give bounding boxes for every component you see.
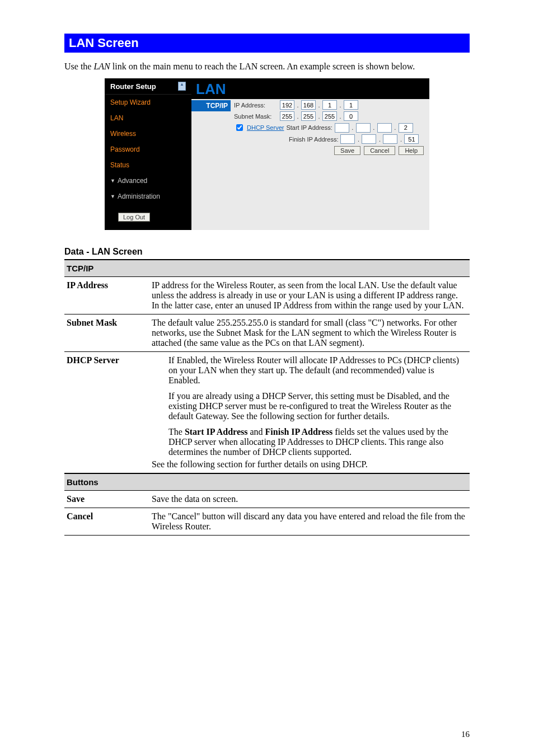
button-row: Save Cancel Help (234, 146, 426, 155)
sidebar-title-bar: Router Setup ▴ (105, 78, 191, 95)
router-panel: Router Setup ▴ Setup Wizard LAN Wireless… (105, 78, 429, 230)
row-ip-address: IP Address IP address for the Wireless R… (64, 277, 470, 314)
nav-administration-label: Administration (118, 192, 160, 200)
start-octet-3[interactable] (377, 123, 392, 133)
mask-octet-1[interactable] (280, 111, 294, 121)
finish-octet-2[interactable] (362, 134, 376, 144)
dot: . (297, 102, 299, 109)
nav-advanced-label: Advanced (118, 177, 147, 185)
section-buttons-label: Buttons (64, 473, 470, 491)
dhcp-p3-pre: The (168, 427, 185, 436)
label-subnet-mask: Subnet Mask (64, 314, 149, 352)
section-title: LAN Screen (64, 34, 470, 53)
mask-octet-2[interactable] (301, 111, 316, 121)
data-heading: Data - LAN Screen (64, 247, 470, 257)
label-dhcp-server: DHCP Server (64, 352, 149, 474)
row-dhcp-start: DHCP Server Start IP Address: . . . (234, 123, 426, 133)
label-start-ip: Start IP Address: (286, 124, 332, 131)
intro-suffix: link on the main menu to reach the LAN s… (110, 62, 415, 71)
nav-status[interactable]: Status (105, 157, 191, 173)
section-tcpip: TCP/IP (64, 260, 470, 277)
intro-prefix: Use the (64, 62, 93, 71)
dot: . (339, 113, 341, 120)
section-buttons: Buttons (64, 473, 470, 491)
text-dhcp-server: If Enabled, the Wireless Router will all… (149, 352, 470, 474)
start-octet-4[interactable] (399, 123, 413, 133)
dhcp-link[interactable]: DHCP Server (247, 124, 284, 131)
dhcp-p1: If Enabled, the Wireless Router will all… (168, 355, 465, 386)
label-finish-ip: Finish IP Address: (289, 136, 338, 143)
start-octet-2[interactable] (356, 123, 371, 133)
nav-setup-wizard[interactable]: Setup Wizard (105, 95, 191, 110)
router-sidebar: Router Setup ▴ Setup Wizard LAN Wireless… (105, 78, 191, 230)
router-main: LAN TCP/IP IP Address: . . . Subnet Mask… (191, 78, 429, 230)
dhcp-p3-mid: and (247, 427, 265, 436)
text-cancel: The "Cancel" button will discard any dat… (149, 508, 470, 536)
label-save: Save (64, 491, 149, 508)
row-dhcp-finish: Finish IP Address: . . . (234, 134, 426, 144)
page-number: 16 (461, 730, 470, 739)
triangle-down-icon: ▼ (110, 194, 115, 199)
dhcp-p3: The Start IP Address and Finish IP Addre… (168, 427, 465, 457)
text-subnet-mask: The default value 255.255.255.0 is stand… (149, 314, 470, 352)
row-cancel: Cancel The "Cancel" button will discard … (64, 508, 470, 536)
row-subnet-mask: Subnet Mask: . . . (234, 111, 426, 121)
tab-tcpip: TCP/IP (191, 100, 231, 111)
row-dhcp-server: DHCP Server If Enabled, the Wireless Rou… (64, 352, 470, 474)
nav-lan[interactable]: LAN (105, 110, 191, 126)
dot: . (357, 136, 359, 143)
label-subnet-mask: Subnet Mask: (234, 113, 278, 120)
dot: . (400, 136, 402, 143)
form-area: TCP/IP IP Address: . . . Subnet Mask: . … (191, 99, 429, 158)
dhcp-trailing: See the following section for further de… (152, 459, 465, 469)
dot: . (373, 124, 375, 131)
dot: . (318, 113, 320, 120)
dot: . (394, 124, 396, 131)
ip-octet-1[interactable] (280, 100, 294, 110)
row-subnet-mask: Subnet Mask The default value 255.255.25… (64, 314, 470, 352)
ip-octet-4[interactable] (344, 100, 358, 110)
panel-heading: LAN (191, 78, 429, 99)
label-cancel: Cancel (64, 508, 149, 536)
scroll-up-icon[interactable]: ▴ (178, 82, 186, 91)
mask-octet-4[interactable] (344, 111, 358, 121)
finish-octet-1[interactable] (340, 134, 355, 144)
nav-wireless[interactable]: Wireless (105, 126, 191, 142)
intro-em: LAN (93, 62, 110, 71)
cancel-button[interactable]: Cancel (364, 146, 395, 155)
logout-wrap: Log Out (105, 204, 191, 230)
sidebar-title: Router Setup (110, 82, 156, 91)
help-button[interactable]: Help (399, 146, 424, 155)
ip-octet-3[interactable] (322, 100, 337, 110)
row-save: Save Save the data on screen. (64, 491, 470, 508)
mask-octet-3[interactable] (322, 111, 337, 121)
dhcp-p3-bold2: Finish IP Address (265, 427, 333, 436)
dot: . (378, 136, 381, 143)
ip-octet-2[interactable] (301, 100, 316, 110)
dot: . (318, 102, 320, 109)
finish-octet-4[interactable] (404, 134, 419, 144)
start-octet-1[interactable] (335, 123, 349, 133)
dhcp-checkbox[interactable] (236, 124, 243, 131)
nav-advanced[interactable]: ▼Advanced (105, 173, 191, 189)
data-table: TCP/IP IP Address IP address for the Wir… (64, 259, 470, 536)
label-ip-address: IP Address: (234, 102, 278, 109)
dot: . (352, 124, 354, 131)
text-ip-address: IP address for the Wireless Router, as s… (149, 277, 470, 314)
triangle-down-icon: ▼ (110, 178, 115, 184)
dhcp-p3-bold1: Start IP Address (185, 427, 248, 436)
dot: . (297, 113, 299, 120)
save-button[interactable]: Save (334, 146, 360, 155)
logout-button[interactable]: Log Out (118, 213, 150, 222)
dot: . (339, 102, 341, 109)
fields: IP Address: . . . Subnet Mask: . . . (234, 99, 426, 155)
finish-octet-3[interactable] (383, 134, 397, 144)
section-tcpip-label: TCP/IP (64, 260, 470, 277)
row-ip-address: IP Address: . . . (234, 100, 426, 110)
nav-password[interactable]: Password (105, 142, 191, 157)
text-save: Save the data on screen. (149, 491, 470, 508)
nav-administration[interactable]: ▼Administration (105, 189, 191, 204)
intro-text: Use the LAN link on the main menu to rea… (64, 62, 470, 72)
label-ip-address: IP Address (64, 277, 149, 314)
dhcp-p2: If you are already using a DHCP Server, … (168, 391, 465, 421)
